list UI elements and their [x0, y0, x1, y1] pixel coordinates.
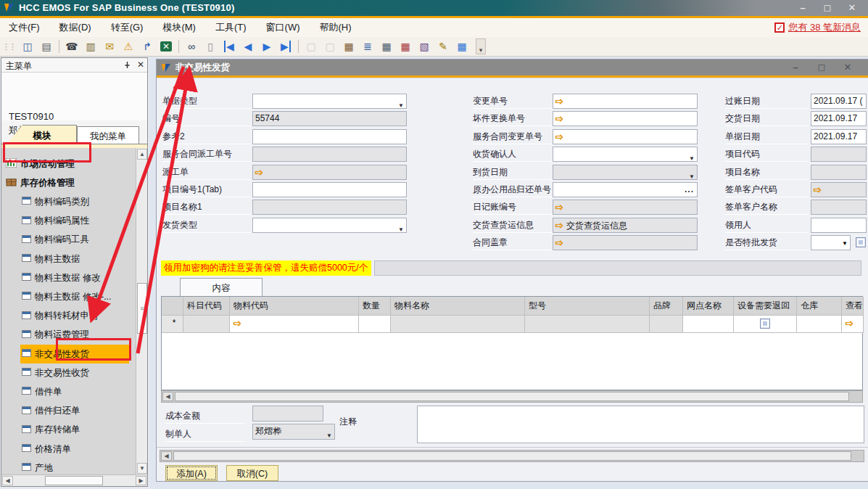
tree-item[interactable]: 价格清单	[1, 440, 137, 459]
new-messages-link[interactable]: ✓ 您有 38 笔新消息	[774, 21, 861, 34]
column-header[interactable]	[162, 297, 183, 316]
field-input[interactable]	[811, 200, 867, 215]
maximize-icon[interactable]: ◻	[820, 1, 835, 14]
toolbar-overflow-icon[interactable]: ▾	[476, 38, 486, 54]
field-input[interactable]: ...	[553, 182, 698, 197]
table-format-icon[interactable]: ▦	[378, 39, 395, 54]
tree-vertical-scrollbar[interactable]: ▲ ≡ ▼	[136, 148, 147, 474]
scroll-thumb[interactable]	[45, 476, 103, 485]
field-input[interactable]	[252, 200, 407, 215]
dialog-maximize-icon[interactable]: ◻	[814, 61, 829, 73]
link-arrow-icon[interactable]: ⇨	[555, 220, 563, 231]
field-input[interactable]: ⇨	[553, 111, 698, 126]
scroll-thumb[interactable]	[173, 451, 851, 461]
field-input[interactable]	[811, 147, 867, 162]
alert-icon[interactable]: ⚠	[120, 39, 137, 54]
special-delivery-checkbox[interactable]	[856, 237, 866, 247]
scroll-down-icon[interactable]: ▼	[137, 463, 147, 474]
last-record-icon[interactable]: ▶	[277, 39, 294, 54]
menu-item[interactable]: 工具(T)	[215, 21, 247, 34]
add-button[interactable]: 添加(A)	[165, 465, 218, 481]
grid-cell[interactable]	[359, 316, 391, 333]
tree-item[interactable]: 库存价格管理	[1, 173, 137, 192]
cancel-button[interactable]: 取消(C)	[226, 465, 278, 481]
special-delivery-select[interactable]: ▼	[811, 235, 851, 250]
split-window-icon[interactable]: ▦	[340, 39, 357, 54]
scroll-thumb[interactable]: ≡	[137, 283, 147, 334]
tree-item[interactable]: 物料编码属性	[1, 212, 137, 231]
field-input[interactable]: ▼	[553, 165, 698, 180]
dialog-close-icon[interactable]: ✕	[840, 61, 855, 73]
column-header[interactable]: 物料名称	[391, 297, 525, 316]
tab-modules[interactable]: 模块	[7, 125, 77, 144]
menu-item[interactable]: 窗口(W)	[266, 21, 300, 34]
dialog-titlebar[interactable]: 非交易性发货 – ◻ ✕	[157, 59, 868, 75]
column-header[interactable]: 设备需要退回	[734, 297, 797, 316]
excel-export-icon[interactable]: ✕	[157, 39, 175, 54]
link-arrow-icon[interactable]: ⇨	[255, 167, 263, 178]
tree-item[interactable]: 库存转储单	[1, 421, 137, 440]
previous-record-icon[interactable]: ◀	[239, 39, 257, 54]
mail-icon[interactable]: ✉	[101, 39, 118, 54]
grid-cell[interactable]: ⇨	[842, 316, 864, 333]
field-input[interactable]: ▼	[553, 147, 698, 162]
tree-horizontal-scrollbar[interactable]: ◀ ▶	[1, 474, 147, 486]
dialog-horizontal-scrollbar[interactable]: ◀	[160, 450, 864, 462]
print-preview-icon[interactable]: ◫	[19, 39, 36, 54]
menu-item[interactable]: 帮助(H)	[319, 21, 351, 34]
field-input[interactable]	[252, 129, 407, 144]
field-input[interactable]	[252, 182, 407, 197]
tree-item[interactable]: 借件归还单	[1, 402, 137, 421]
pin-icon[interactable]	[123, 61, 131, 69]
scroll-thumb[interactable]	[175, 392, 849, 401]
field-input[interactable]: ▼	[252, 94, 407, 109]
menu-item[interactable]: 模块(M)	[162, 21, 196, 34]
link-arrow-icon[interactable]: ⇨	[846, 318, 853, 329]
field-input[interactable]: ⇨	[553, 94, 698, 109]
column-header[interactable]: 品牌	[650, 297, 683, 316]
tree-item[interactable]: 非交易性发货	[20, 345, 129, 363]
tree-item[interactable]: 借件单	[1, 382, 137, 401]
tab-my-menu[interactable]: 我的菜单	[77, 126, 139, 144]
remarks-textarea[interactable]	[417, 406, 864, 443]
phone-icon[interactable]: ☎	[63, 39, 80, 54]
tree-item[interactable]: 物料运费管理	[1, 326, 137, 345]
tree-item[interactable]: 物料编码工具	[1, 231, 137, 250]
grid-cell[interactable]	[797, 316, 842, 333]
column-header[interactable]: 型号	[525, 297, 650, 316]
document-lines-icon[interactable]: ≣	[359, 39, 376, 54]
column-header[interactable]: 物料代码	[230, 297, 359, 316]
field-input[interactable]: ⇨	[553, 235, 698, 250]
column-header[interactable]: 网点名称	[683, 297, 734, 316]
tree-item[interactable]: 物料主数据 修改	[1, 268, 137, 287]
tree-item[interactable]: 产地	[1, 459, 137, 474]
grid-cell[interactable]: ⇨	[230, 316, 359, 333]
link-back-icon[interactable]: ▢	[302, 39, 320, 54]
field-input[interactable]: 2021.09.17	[811, 129, 867, 144]
print-icon[interactable]: ▤	[38, 39, 55, 54]
close-icon[interactable]: ✕	[845, 1, 859, 14]
first-record-icon[interactable]: ◀	[220, 39, 238, 54]
link-arrow-icon[interactable]: ⇨	[233, 318, 241, 329]
field-input[interactable]: ▼	[252, 218, 407, 233]
field-input[interactable]	[811, 218, 867, 233]
link-forward-icon[interactable]: ▢	[321, 39, 339, 54]
find-icon[interactable]: ∞	[183, 39, 200, 54]
grid-cell[interactable]	[183, 316, 230, 333]
tree-item[interactable]: 物料主数据	[1, 250, 137, 268]
tree-item[interactable]: 非交易性收货	[1, 363, 137, 382]
column-header[interactable]: 查看	[842, 297, 864, 316]
minimize-icon[interactable]: –	[795, 1, 810, 14]
tree-item[interactable]: 物料编码类别	[1, 192, 137, 211]
menu-item[interactable]: 数据(D)	[59, 21, 91, 34]
scroll-up-icon[interactable]: ▲	[137, 149, 147, 160]
link-arrow-icon[interactable]: ⇨	[555, 96, 563, 107]
scroll-left-icon[interactable]: ◀	[2, 476, 13, 485]
cost-amount-field[interactable]	[252, 406, 323, 422]
ellipsis-button[interactable]: ...	[685, 183, 694, 197]
grid-icon[interactable]: ▦	[453, 39, 471, 54]
panel-close-icon[interactable]: ✕	[137, 59, 144, 70]
field-input[interactable]: ⇨	[553, 129, 698, 144]
grid-horizontal-scrollbar[interactable]: ◀	[161, 390, 863, 403]
grid-cell[interactable]	[525, 316, 650, 333]
